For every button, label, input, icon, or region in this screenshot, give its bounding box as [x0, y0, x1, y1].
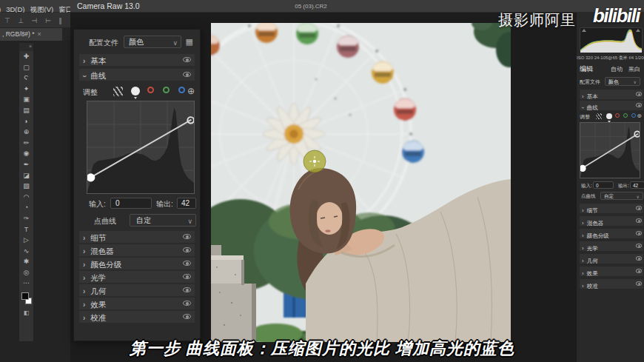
frame-tool[interactable]: ▤: [19, 105, 33, 116]
tone-curve-graph[interactable]: [87, 101, 195, 194]
quick-mask-icon[interactable]: ◧: [19, 308, 33, 319]
path-selection-tool[interactable]: ▷: [19, 235, 33, 246]
visibility-eye-icon[interactable]: [183, 57, 191, 62]
section-calibration[interactable]: ›校准: [580, 279, 643, 289]
visibility-eye-icon[interactable]: [636, 281, 642, 286]
visibility-eye-icon[interactable]: [636, 103, 642, 107]
section-optics[interactable]: ›光学: [580, 241, 643, 251]
point-curve-channel-icon[interactable]: [606, 113, 612, 119]
align-left-icon[interactable]: ⊣: [32, 17, 38, 24]
visibility-eye-icon[interactable]: [183, 72, 191, 77]
visibility-eye-icon[interactable]: [636, 92, 642, 96]
photo-canvas[interactable]: [211, 23, 511, 342]
visibility-eye-icon[interactable]: [636, 269, 642, 273]
crop-tool[interactable]: ▣: [19, 94, 33, 105]
targeted-adjustment-icon[interactable]: ⊕: [637, 113, 642, 119]
tools-palette-header[interactable]: ×: [19, 43, 33, 51]
section-color-grading[interactable]: ›颜色分级: [580, 229, 643, 238]
pen-tool[interactable]: ✑: [19, 213, 33, 224]
bw-button[interactable]: 黑白: [628, 65, 640, 73]
distribute-icon[interactable]: ∥: [58, 17, 62, 24]
section-basic[interactable]: ›基本: [79, 54, 195, 66]
menu-window[interactable]: 窗口(W): [58, 5, 70, 13]
section-effects[interactable]: ›效果: [580, 267, 643, 276]
dodge-tool[interactable]: ◔: [19, 202, 33, 213]
section-color-grading[interactable]: ›颜色分级: [79, 258, 195, 269]
align-bottom-icon[interactable]: ⊥: [18, 17, 24, 24]
quick-selection-tool[interactable]: ✦: [19, 84, 33, 95]
marquee-tool[interactable]: ▢: [19, 62, 33, 73]
section-effects[interactable]: ›效果: [79, 298, 195, 309]
visibility-eye-icon[interactable]: [183, 274, 191, 279]
parametric-curve-icon[interactable]: [113, 87, 123, 96]
section-detail[interactable]: ›细节: [580, 204, 643, 213]
menu-3d[interactable]: 3D(D): [6, 5, 24, 13]
profile-select[interactable]: 颜色 ∨: [124, 36, 181, 48]
blue-channel-icon[interactable]: [631, 113, 636, 118]
visibility-eye-icon[interactable]: [183, 287, 191, 292]
parametric-curve-icon[interactable]: [596, 113, 602, 119]
menu-view[interactable]: 视图(V): [30, 5, 53, 13]
output-value-field[interactable]: 42: [177, 198, 196, 209]
visibility-eye-icon[interactable]: [183, 247, 191, 252]
shape-tool[interactable]: ∿: [19, 246, 33, 257]
visibility-eye-icon[interactable]: [183, 301, 191, 306]
align-right-icon[interactable]: ⊢: [45, 17, 51, 24]
profile-select[interactable]: 颜色 ∨: [605, 77, 640, 86]
section-geometry[interactable]: ›几何: [79, 284, 195, 296]
visibility-eye-icon[interactable]: [636, 244, 642, 248]
history-brush-tool[interactable]: ✒: [19, 159, 33, 170]
visibility-eye-icon[interactable]: [636, 218, 642, 223]
section-detail[interactable]: ›细节: [79, 231, 195, 243]
input-value-field[interactable]: 0: [593, 181, 614, 189]
point-curve-select[interactable]: 自定 ∨: [130, 214, 196, 227]
visibility-eye-icon[interactable]: [636, 256, 642, 261]
lasso-tool[interactable]: Ϛ: [19, 73, 33, 84]
eraser-tool[interactable]: ◪: [19, 170, 33, 181]
visibility-eye-icon[interactable]: [183, 314, 191, 319]
red-channel-icon[interactable]: [615, 113, 620, 118]
move-tool[interactable]: ✚: [19, 51, 33, 62]
visibility-eye-icon[interactable]: [636, 206, 642, 210]
zoom-tool[interactable]: ◎: [19, 267, 33, 278]
profile-browser-icon[interactable]: ▦: [186, 37, 193, 47]
color-swatches[interactable]: [19, 290, 33, 308]
healing-brush-tool[interactable]: ⊕: [19, 127, 33, 138]
tone-curve-graph[interactable]: [580, 122, 640, 178]
section-curves[interactable]: ›曲线: [79, 69, 195, 81]
document-tab[interactable]: , RGB/8#) *×: [0, 28, 62, 41]
input-value-field[interactable]: 0: [110, 198, 152, 209]
color-sampler-cursor[interactable]: [303, 150, 326, 172]
section-color-mixer[interactable]: ›混色器: [79, 244, 195, 256]
tab-close-icon[interactable]: ×: [37, 30, 41, 38]
hand-tool[interactable]: ✱: [19, 256, 33, 267]
collapse-icon[interactable]: ×: [29, 44, 32, 49]
section-color-mixer[interactable]: ›混色器: [580, 216, 643, 226]
menu-filter[interactable]: 滤镜(T): [0, 5, 1, 13]
blur-tool[interactable]: ◠: [19, 192, 33, 203]
section-calibration[interactable]: ›校准: [79, 311, 195, 323]
section-basic[interactable]: ›基本: [580, 90, 643, 99]
foreground-color-swatch[interactable]: [21, 292, 29, 300]
blue-channel-icon[interactable]: [178, 87, 185, 93]
histogram[interactable]: [580, 27, 643, 53]
section-geometry[interactable]: ›几何: [580, 254, 643, 264]
auto-button[interactable]: 自动: [611, 65, 623, 73]
point-curve-select[interactable]: 自定 ∨: [600, 192, 643, 200]
visibility-eye-icon[interactable]: [183, 261, 191, 266]
clone-stamp-tool[interactable]: ◉: [19, 148, 33, 159]
more-tools[interactable]: ⋯: [19, 278, 33, 289]
visibility-eye-icon[interactable]: [636, 231, 642, 235]
point-curve-channel-icon[interactable]: [131, 87, 140, 95]
brush-tool[interactable]: ✏: [19, 138, 33, 149]
section-optics[interactable]: ›光学: [79, 271, 195, 283]
eyedropper-tool[interactable]: ◗: [19, 116, 33, 127]
red-channel-icon[interactable]: [147, 87, 154, 93]
type-tool[interactable]: T: [19, 224, 33, 235]
section-curves[interactable]: ›曲线: [580, 101, 643, 110]
green-channel-icon[interactable]: [163, 87, 170, 93]
output-value-field[interactable]: 42: [630, 181, 644, 189]
targeted-adjustment-icon[interactable]: ⊕: [187, 86, 195, 96]
green-channel-icon[interactable]: [623, 113, 628, 118]
visibility-eye-icon[interactable]: [183, 234, 191, 239]
